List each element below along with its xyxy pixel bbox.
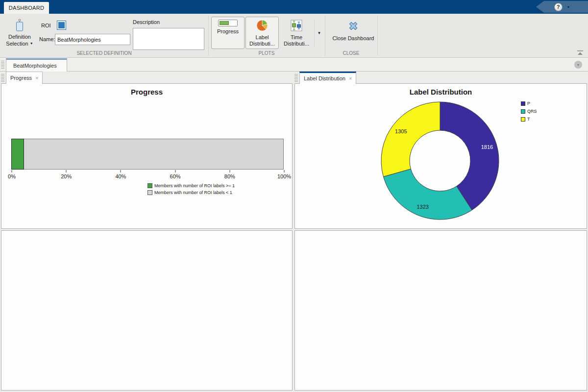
legend-item: Members with number of ROI labels >= 1 — [147, 183, 235, 188]
donut-legend: PQRST — [521, 101, 537, 122]
legend-label: QRS — [527, 109, 537, 114]
axis-tick — [121, 170, 121, 172]
ribbon-toolstrip: Definition Selection ▼ ROI Name: Descrip… — [0, 14, 588, 58]
caret-down-icon: ▼ — [318, 31, 321, 35]
definition-selection-label-2: Selection ▼ — [6, 40, 33, 47]
donut-slice-QRS — [383, 169, 472, 220]
legend-swatch — [521, 117, 525, 122]
empty-panel-bottom-left — [1, 230, 293, 391]
donut-slice-value: 1816 — [481, 144, 493, 150]
progress-bar-fill — [11, 139, 24, 170]
legend-item: QRS — [521, 109, 537, 114]
tag-icon — [14, 19, 25, 33]
roi-color-swatch[interactable] — [57, 21, 66, 30]
subtab-close-icon[interactable]: × — [349, 75, 352, 81]
plot-button-timedist-label-1: Time — [291, 34, 302, 41]
donut-slice-value: 1323 — [416, 204, 428, 210]
roi-label: ROI — [41, 23, 51, 28]
subtab-progress[interactable]: Progress × — [6, 72, 43, 84]
roi-color-fill — [58, 22, 65, 28]
section-label-selected-definition: SELECTED DEFINITION — [0, 50, 208, 56]
document-tab-label: BeatMorphologies — [13, 63, 57, 69]
axis-tick — [66, 170, 67, 172]
donut-svg: 181613231305 — [295, 84, 588, 228]
progress-legend: Members with number of ROI labels >= 1Me… — [147, 183, 235, 195]
legend-label: Members with number of ROI labels >= 1 — [154, 183, 235, 188]
plot-button-progress[interactable]: Progress — [211, 17, 245, 49]
axis-tick-label: 60% — [170, 173, 181, 179]
legend-swatch — [147, 183, 152, 188]
name-input[interactable] — [55, 34, 130, 45]
plot-button-timedist-label-2: Distributi... — [284, 41, 309, 47]
panel-grip[interactable] — [1, 74, 4, 82]
axis-tick — [229, 170, 230, 172]
plot-button-label-distribution[interactable]: Label Distributi... — [245, 17, 279, 49]
progress-axis: 0%20%40%60%80%100% — [12, 170, 284, 185]
document-tab-bar: BeatMorphologies ▼ — [0, 58, 588, 72]
legend-swatch — [147, 190, 152, 195]
tab-list-menu-button[interactable]: ▼ — [574, 61, 582, 69]
tab-bar-grip[interactable] — [1, 61, 4, 69]
panel-grip[interactable] — [294, 74, 298, 82]
axis-tick — [12, 170, 12, 172]
axis-tick-label: 20% — [61, 173, 72, 179]
plot-button-time-distribution[interactable]: Time Distributi... — [280, 17, 313, 49]
subtab-label-distribution[interactable]: Label Distribution × — [299, 72, 356, 84]
empty-panel-bottom-right — [294, 230, 587, 391]
legend-item: T — [521, 117, 537, 122]
plots-gallery-caret[interactable]: ▼ — [316, 17, 323, 49]
progress-bar-track — [11, 139, 284, 170]
legend-swatch — [521, 109, 525, 114]
dropdown-caret-icon: ▼ — [30, 42, 33, 45]
tab-dashboard[interactable]: DASHBOARD — [4, 2, 49, 14]
legend-item: P — [521, 101, 537, 106]
section-label-close: CLOSE — [325, 50, 377, 56]
axis-tick — [175, 170, 175, 172]
axis-tick-label: 100% — [277, 173, 291, 179]
name-label: Name: — [39, 36, 55, 42]
definition-selection-button[interactable]: Definition Selection ▼ — [2, 17, 37, 49]
ribbon-section-divider — [208, 15, 209, 56]
tab-dashboard-label: DASHBOARD — [9, 5, 44, 11]
description-input[interactable] — [133, 28, 204, 50]
progress-bar-icon — [218, 20, 238, 26]
close-dashboard-label: Close Dashboard — [333, 35, 374, 42]
plot-button-progress-label: Progress — [217, 28, 239, 35]
dashboard-panel-area: Progress × Label Distribution × Progress… — [0, 72, 588, 392]
donut-slice-value: 1305 — [395, 128, 407, 134]
boxplot-icon — [291, 20, 302, 32]
close-dashboard-button[interactable]: Close Dashboard — [330, 17, 377, 49]
definition-selection-label-1: Definition — [8, 34, 31, 40]
subtab-progress-label: Progress — [10, 75, 32, 81]
close-x-icon — [347, 20, 360, 33]
legend-swatch — [521, 101, 525, 106]
tab-list-caret-icon: ▼ — [577, 63, 580, 67]
legend-label: Members with number of ROI labels < 1 — [154, 190, 232, 195]
ribbon-section-divider — [325, 15, 325, 56]
ribbon-section-divider — [377, 15, 378, 56]
progress-chart-panel: Progress 0%20%40%60%80%100% Members with… — [1, 83, 293, 229]
plot-button-labeldist-label-2: Distributi... — [249, 41, 275, 47]
collapse-ribbon-button[interactable] — [576, 49, 584, 56]
subtab-close-icon[interactable]: × — [35, 75, 38, 81]
donut-slice-T — [381, 102, 440, 177]
titlebar: DASHBOARD ? ▼ — [0, 0, 588, 14]
axis-tick-label: 40% — [115, 173, 126, 179]
pie-chart-icon — [256, 20, 268, 32]
plots-group-divider — [314, 20, 315, 47]
section-label-plots: PLOTS — [208, 50, 325, 56]
help-button[interactable]: ? ▼ — [536, 1, 588, 13]
legend-item: Members with number of ROI labels < 1 — [147, 190, 235, 195]
description-label: Description — [133, 19, 160, 25]
help-icon[interactable]: ? — [554, 3, 563, 11]
label-distribution-chart-panel: Label Distribution 181613231305 PQRST — [294, 83, 587, 229]
legend-label: P — [527, 101, 530, 106]
legend-label: T — [527, 117, 530, 122]
plot-button-labeldist-label-1: Label — [256, 34, 269, 41]
progress-chart-title: Progress — [1, 88, 292, 96]
axis-tick-label: 0% — [8, 173, 16, 179]
axis-tick-label: 80% — [224, 173, 235, 179]
subtab-label-distribution-label: Label Distribution — [304, 75, 345, 81]
help-caret-icon[interactable]: ▼ — [567, 5, 570, 9]
document-tab-beatmorphologies[interactable]: BeatMorphologies — [6, 58, 67, 72]
